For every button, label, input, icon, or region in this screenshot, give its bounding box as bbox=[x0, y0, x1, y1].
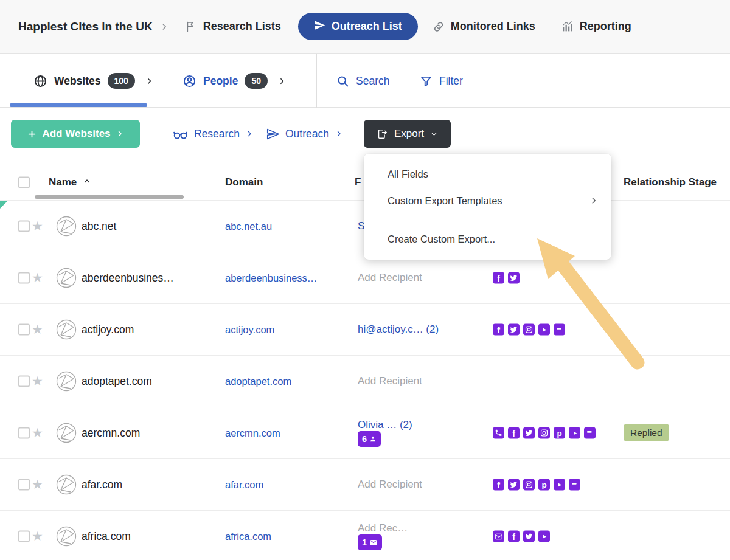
youtube-icon[interactable] bbox=[554, 479, 565, 491]
favorite-star-icon[interactable]: ★ bbox=[32, 374, 43, 388]
facebook-icon[interactable]: f bbox=[508, 427, 520, 439]
website-name[interactable]: aberdeenbusines… bbox=[82, 272, 174, 285]
facebook-icon[interactable]: f bbox=[493, 324, 504, 336]
row-checkbox[interactable] bbox=[18, 427, 30, 439]
contacts-count-badge[interactable]: 6 bbox=[358, 431, 381, 447]
youtube-icon[interactable] bbox=[538, 531, 550, 542]
export-label: Export bbox=[394, 128, 424, 140]
search-button[interactable]: Search bbox=[336, 54, 389, 108]
sort-ascending-icon bbox=[83, 178, 91, 185]
row-checkbox[interactable] bbox=[18, 479, 30, 491]
chevron-right-icon[interactable] bbox=[145, 77, 153, 85]
youtube-icon[interactable] bbox=[538, 324, 550, 336]
recipient-link[interactable]: hi@actijoy.c… (2) bbox=[358, 323, 439, 336]
outreach-menu-button[interactable]: Outreach bbox=[266, 120, 342, 148]
chevron-right-icon[interactable] bbox=[278, 77, 286, 85]
domain-link[interactable]: aercmn.com bbox=[225, 427, 280, 438]
row-checkbox[interactable] bbox=[18, 376, 30, 387]
add-recipient-button[interactable]: Add Rec… bbox=[358, 522, 408, 534]
favorite-star-icon[interactable]: ★ bbox=[32, 219, 43, 233]
outreach-label: Outreach bbox=[285, 128, 329, 140]
tab-websites[interactable]: Websites 100 bbox=[33, 54, 153, 108]
card-icon[interactable] bbox=[584, 427, 596, 439]
column-header-relationship-stage[interactable]: Relationship Stage bbox=[624, 176, 717, 188]
twitter-icon[interactable] bbox=[508, 479, 520, 491]
export-button[interactable]: Export bbox=[364, 120, 451, 148]
row-checkbox[interactable] bbox=[18, 531, 30, 542]
favorite-star-icon[interactable]: ★ bbox=[32, 529, 43, 543]
globe-icon bbox=[33, 74, 47, 88]
website-favicon bbox=[56, 216, 77, 237]
column-header-domain[interactable]: Domain bbox=[225, 176, 263, 188]
person-circle-icon bbox=[182, 74, 196, 88]
website-name[interactable]: aercmn.com bbox=[82, 427, 140, 440]
domain-link[interactable]: africa.com bbox=[225, 531, 271, 542]
domain-link[interactable]: actijoy.com bbox=[225, 324, 274, 335]
recipient-link[interactable]: Olivia … (2) bbox=[358, 419, 412, 431]
domain-link[interactable]: aberdeenbusiness… bbox=[225, 272, 317, 283]
column-header-name[interactable]: Name bbox=[49, 176, 91, 188]
website-name[interactable]: afar.com bbox=[82, 479, 122, 491]
youtube-icon[interactable] bbox=[569, 427, 580, 439]
website-name[interactable]: africa.com bbox=[82, 530, 131, 543]
nav-reporting[interactable]: Reporting bbox=[561, 20, 631, 33]
nav-research-lists[interactable]: Research Lists bbox=[184, 20, 281, 33]
list-title[interactable]: Happiest Cites in the UK bbox=[18, 20, 153, 33]
twitter-icon[interactable] bbox=[523, 531, 535, 542]
favorite-star-icon[interactable]: ★ bbox=[32, 477, 43, 491]
favorite-star-icon[interactable]: ★ bbox=[32, 426, 43, 440]
card-icon[interactable] bbox=[569, 479, 580, 491]
email-icon[interactable] bbox=[493, 531, 504, 542]
add-recipient-button[interactable]: Add Recipient bbox=[358, 272, 422, 284]
outreach-list-page: Happiest Cites in the UK Research Lists … bbox=[0, 0, 730, 560]
twitter-icon[interactable] bbox=[508, 272, 520, 284]
instagram-icon[interactable] bbox=[538, 427, 550, 439]
website-favicon bbox=[56, 268, 77, 288]
menu-item-custom-export-templates[interactable]: Custom Export Templates bbox=[364, 187, 611, 214]
twitter-icon[interactable] bbox=[508, 324, 520, 336]
nav-monitored-links[interactable]: Monitored Links bbox=[433, 20, 535, 33]
favorite-star-icon[interactable]: ★ bbox=[32, 322, 43, 336]
twitter-icon[interactable] bbox=[523, 427, 535, 439]
pinterest-icon[interactable]: p bbox=[538, 479, 550, 491]
tab-people[interactable]: People 50 bbox=[182, 54, 286, 108]
social-links: fp bbox=[493, 427, 599, 439]
row-checkbox[interactable] bbox=[18, 221, 30, 232]
table-horizontal-scrollbar[interactable] bbox=[35, 195, 184, 199]
phone-icon[interactable] bbox=[493, 427, 504, 439]
research-menu-button[interactable]: Research bbox=[173, 120, 253, 148]
row-checkbox[interactable] bbox=[18, 272, 30, 284]
domain-link[interactable]: adoptapet.com bbox=[225, 376, 291, 387]
column-header-recipient[interactable]: F bbox=[355, 176, 361, 188]
website-name[interactable]: actijoy.com bbox=[82, 323, 134, 336]
facebook-icon[interactable]: f bbox=[493, 272, 504, 284]
website-name[interactable]: adoptapet.com bbox=[82, 375, 152, 388]
domain-link[interactable]: abc.net.au bbox=[225, 221, 272, 232]
website-name[interactable]: abc.net bbox=[82, 220, 116, 233]
add-recipient-button[interactable]: Add Recipient bbox=[358, 375, 422, 387]
nav-outreach-list[interactable]: Outreach List bbox=[298, 13, 418, 40]
menu-item-all-fields[interactable]: All Fields bbox=[364, 161, 611, 187]
favorite-star-icon[interactable]: ★ bbox=[32, 271, 43, 285]
search-icon bbox=[336, 75, 349, 88]
add-recipient-button[interactable]: Add Recipient bbox=[358, 479, 422, 491]
filter-button[interactable]: Filter bbox=[420, 54, 463, 108]
flag-icon bbox=[184, 20, 197, 33]
facebook-icon[interactable]: f bbox=[493, 479, 504, 491]
menu-item-create-custom-export[interactable]: Create Custom Export... bbox=[364, 226, 611, 252]
facebook-icon[interactable]: f bbox=[508, 531, 520, 542]
add-websites-button[interactable]: Add Websites bbox=[11, 120, 140, 148]
select-all-checkbox[interactable] bbox=[18, 176, 30, 188]
filter-label: Filter bbox=[439, 75, 463, 88]
row-checkbox[interactable] bbox=[18, 324, 30, 336]
card-icon[interactable] bbox=[554, 324, 565, 336]
table-row: ★ actijoy.com actijoy.com hi@actijoy.c… … bbox=[0, 304, 730, 356]
relationship-stage-badge[interactable]: Replied bbox=[624, 424, 669, 441]
instagram-icon[interactable] bbox=[523, 479, 535, 491]
pinterest-icon[interactable]: p bbox=[554, 427, 565, 439]
search-label: Search bbox=[356, 75, 389, 88]
research-label: Research bbox=[194, 128, 240, 140]
emails-count-badge[interactable]: 1 bbox=[358, 534, 382, 550]
instagram-icon[interactable] bbox=[523, 324, 535, 336]
domain-link[interactable]: afar.com bbox=[225, 479, 263, 490]
